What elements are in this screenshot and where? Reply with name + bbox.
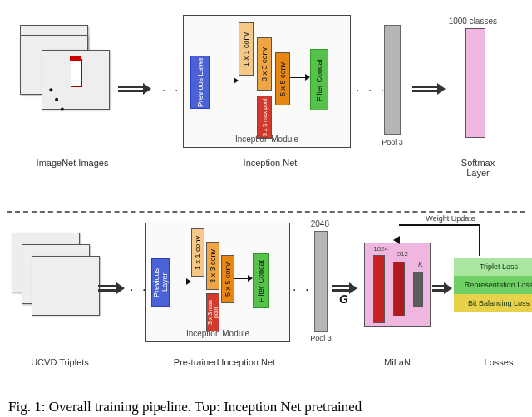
conv-3x3-block: 3 x 3 conv: [206, 242, 219, 290]
g-mapping-label: G: [339, 292, 348, 306]
milan-dim-k: K: [411, 260, 423, 268]
ucvd-triplet-stack: [12, 233, 103, 328]
milan-block: 1024 512 K: [364, 243, 431, 327]
filter-concat-block: Filter Concat: [310, 49, 328, 110]
filter-concat-block: Filter Concat: [253, 253, 269, 308]
figure-caption: Fig. 1: Overall training pipeline. Top: …: [8, 399, 362, 415]
inception-net-label: Inception Net: [208, 158, 332, 168]
arrow-icon: [432, 282, 452, 294]
inception-module: Previous Layer 1 x 1 conv 3 x 3 conv 5 x…: [183, 15, 351, 148]
inception-module-title: Inception Module: [146, 329, 289, 338]
section-divider: [7, 211, 525, 213]
pool3-label: Pool 3: [304, 334, 337, 342]
milan-dim-512: 512: [390, 250, 408, 258]
pool3-block: [384, 25, 401, 135]
pool3-block: [314, 231, 328, 332]
loss-representation: Representation Loss: [454, 276, 532, 294]
weight-update-arrow: [399, 224, 480, 241]
milan-layer-bar: [393, 262, 405, 316]
conv-1x1-block: 1 x 1 conv: [191, 228, 204, 277]
imagenet-image-stack: • • •: [20, 25, 111, 120]
weight-update-label: Weight Update: [417, 214, 484, 223]
milan-layer-bar: [373, 255, 385, 323]
imagenet-label: ImageNet Images: [27, 158, 118, 168]
inception-module-title: Inception Module: [184, 135, 350, 144]
softmax-label: Softmax Layer: [449, 158, 507, 178]
conv-5x5-block: 5 x 5 conv: [275, 52, 290, 105]
pool3-dim: 2048: [301, 219, 329, 228]
conv-1x1-block: 1 x 1 conv: [239, 22, 254, 76]
loss-bit-balancing: Bit Balancing Loss: [454, 294, 532, 312]
conv-5x5-block: 5 x 5 conv: [221, 255, 234, 303]
arrow-icon: [412, 83, 446, 95]
milan-dim-1024: 1024: [368, 245, 388, 253]
top-pipeline: • • • ImageNet Images . . . Previous Lay…: [0, 0, 532, 208]
softmax-block: [466, 28, 485, 138]
maxpool-block: 3 x 3 max pool: [257, 96, 272, 139]
arrow-icon: [118, 83, 151, 95]
bottom-pipeline: UCVD Triplets . . Previous Layer 1 x 1 c…: [0, 218, 532, 384]
pretrained-inception-module: Previous Layer 1 x 1 conv 3 x 3 conv 5 x…: [145, 223, 290, 342]
pretrained-inception-label: Pre-trained Inception Net: [158, 357, 291, 367]
milan-layer-bar: [413, 272, 423, 307]
figure-canvas: • • • ImageNet Images . . . Previous Lay…: [0, 0, 532, 417]
conv-3x3-block: 3 x 3 conv: [257, 37, 272, 91]
milan-label: MiLaN: [372, 357, 422, 367]
softmax-classes: 1000 classes: [447, 17, 497, 26]
pool3-label: Pool 3: [376, 138, 409, 146]
losses-label: Losses: [474, 357, 524, 367]
previous-layer-block: Previous Layer: [190, 56, 210, 109]
arrow-icon: [98, 282, 125, 294]
sample-image: [32, 256, 100, 316]
loss-triplet: Triplet Loss: [454, 258, 532, 276]
ellipsis-icon: . .: [293, 279, 311, 294]
maxpool-block: 3 x 3 max pool: [206, 293, 219, 331]
previous-layer-block: Previous Layer: [151, 258, 170, 307]
ellipsis-icon: . . .: [356, 80, 387, 95]
ucvd-label: UCVD Triplets: [18, 357, 101, 367]
